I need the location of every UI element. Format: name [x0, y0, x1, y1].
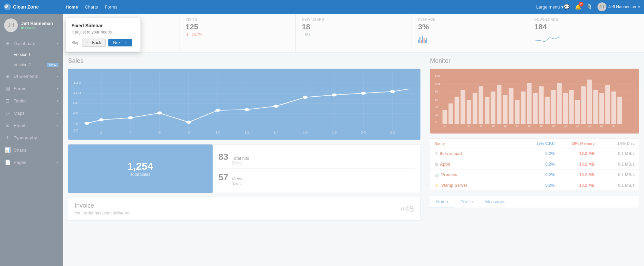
- sidebar-item-charts[interactable]: 📊 Charts: [0, 144, 63, 156]
- nav-link-charts[interactable]: Charts: [85, 4, 98, 10]
- monitor-chart-svg: 120 100 80 60 40 20 0: [434, 73, 635, 127]
- stat-value-average: 3%: [418, 23, 522, 31]
- large-menu-button[interactable]: Large menu ▾: [536, 4, 563, 10]
- sidebar-user: JH Jeff Hanneman Online: [0, 14, 63, 37]
- svg-text:16: 16: [528, 124, 531, 127]
- svg-text:10: 10: [492, 124, 495, 127]
- invoice-title: Invoice: [75, 202, 129, 209]
- svg-text:20: 20: [552, 124, 555, 127]
- back-label: Back: [92, 40, 101, 45]
- stat-label-newusers: NEW USERS: [302, 18, 405, 22]
- user-info[interactable]: JH Jeff Hanneman ▾: [598, 2, 640, 11]
- svg-rect-65: [485, 97, 489, 124]
- svg-text:4: 4: [129, 131, 132, 134]
- sidebar-item-pages[interactable]: 📄 Pages ▾: [0, 156, 63, 168]
- dashboard-icon: ⊞: [5, 41, 10, 46]
- monitor-title: Monitor: [430, 57, 639, 65]
- svg-text:60: 60: [73, 112, 79, 115]
- monitor-table-header: Name 25% C.P.U 29% Memory 1.6% Disc: [430, 139, 639, 149]
- nav-link-home[interactable]: Home: [66, 4, 78, 10]
- svg-text:6: 6: [468, 124, 470, 127]
- top-nav-right: 💬 🔔 2 🎙️ JH Jeff Hanneman ▾: [564, 2, 640, 11]
- svg-rect-59: [448, 103, 453, 124]
- svg-rect-62: [467, 100, 471, 124]
- svg-text:8: 8: [187, 131, 190, 134]
- svg-point-32: [361, 92, 365, 95]
- sidebar: JH Jeff Hanneman Online ⊞ Dashboard ▾ Ve…: [0, 14, 63, 266]
- svg-rect-81: [581, 86, 586, 124]
- sidebar-item-version1[interactable]: Version 1: [0, 50, 63, 60]
- sidebar-item-label-typography: Typography: [14, 135, 37, 140]
- sales-chart-svg: 120 100 80 60 40 20: [72, 73, 416, 134]
- tab-profile[interactable]: Profile: [454, 196, 479, 208]
- col-header-cpu: 25% C.P.U: [514, 141, 554, 145]
- svg-text:22: 22: [390, 131, 395, 134]
- wamp-icon: ⚡: [434, 183, 439, 188]
- tab-home[interactable]: Home: [430, 196, 454, 208]
- sidebar-avatar: JH: [4, 18, 18, 32]
- svg-text:120: 120: [73, 81, 81, 84]
- charts-icon: 📊: [5, 147, 10, 153]
- process-cpu: 0.2%: [514, 172, 554, 177]
- tab-messages[interactable]: Messages: [479, 196, 512, 208]
- views-label: Views: [232, 176, 243, 181]
- svg-text:80: 80: [73, 101, 79, 105]
- next-button[interactable]: Next →: [108, 39, 132, 46]
- tabs-section: Home Profile Messages: [430, 196, 639, 208]
- views-row: 57 Views (Daily): [218, 169, 415, 189]
- monitor-table: Name 25% C.P.U 29% Memory 1.6% Disc ⊞ Se…: [430, 138, 639, 191]
- svg-rect-60: [455, 97, 459, 124]
- user-name-top: Jeff Hanneman: [608, 4, 636, 9]
- svg-text:12: 12: [504, 124, 507, 127]
- brand: ⊕ Clean Zone: [4, 3, 66, 10]
- skip-button[interactable]: Skip: [71, 40, 79, 45]
- svg-text:20: 20: [361, 131, 366, 134]
- svg-rect-80: [575, 100, 580, 124]
- svg-text:20: 20: [435, 113, 438, 116]
- sidebar-item-version2[interactable]: Version 2 New: [0, 60, 63, 70]
- nav-link-forms[interactable]: Forms: [105, 4, 117, 10]
- svg-rect-84: [599, 93, 604, 124]
- sidebar-item-tables[interactable]: ⊟ Tables ▾: [0, 95, 63, 107]
- sidebar-item-label-forms: Forms: [14, 86, 26, 91]
- sidebar-item-forms[interactable]: ▤ Forms ▾: [0, 82, 63, 95]
- chat-icon-btn[interactable]: 💬: [564, 4, 570, 10]
- svg-rect-67: [497, 85, 501, 124]
- svg-point-31: [332, 94, 336, 96]
- total-hits-row: 83 Total hits (Daily): [218, 148, 415, 169]
- sidebar-item-maps[interactable]: ◎ Maps ▾: [0, 107, 63, 119]
- sidebar-item-ui-elements[interactable]: ◈ UI Elements ▾: [0, 70, 63, 82]
- svg-point-25: [157, 112, 161, 114]
- sidebar-item-label-dashboard: Dashboard: [14, 41, 36, 46]
- svg-rect-87: [617, 97, 622, 124]
- mic-icon-btn[interactable]: 🎙️: [586, 4, 593, 10]
- bell-icon-btn[interactable]: 🔔 2: [575, 4, 581, 10]
- svg-rect-64: [479, 86, 483, 124]
- svg-rect-76: [551, 90, 556, 124]
- svg-point-26: [187, 121, 191, 124]
- sidebar-item-dashboard[interactable]: ⊞ Dashboard ▾: [0, 37, 63, 50]
- sidebar-item-label-ui: UI Elements: [14, 74, 38, 79]
- sales-chart-container: 120 100 80 60 40 20: [68, 69, 420, 140]
- monitor-row-process: 📊 Process 0.2% 13.2 MB 0.1 MB/s: [430, 170, 639, 180]
- monitor-row-apps: ▤ Apps 0.2% 13.2 MB 0.1 MB/s: [430, 159, 639, 170]
- svg-rect-66: [491, 92, 496, 124]
- stat-label-downloads: DOWNLOADS: [534, 18, 638, 22]
- svg-text:26: 26: [588, 124, 591, 127]
- bell-badge: 2: [579, 2, 583, 6]
- svg-text:4: 4: [456, 124, 458, 127]
- back-button[interactable]: ← Back: [82, 39, 106, 47]
- svg-point-29: [274, 105, 278, 108]
- sidebar-item-label-charts: Charts: [14, 148, 27, 153]
- email-icon: ✉: [5, 123, 10, 128]
- svg-text:22: 22: [564, 124, 567, 127]
- server-icon: ⊞: [434, 152, 438, 156]
- sales-title: Sales: [68, 57, 420, 65]
- invoice-section: Invoice Your order has been delivered #4…: [68, 197, 420, 221]
- hits-views-panel: 83 Total hits (Daily) 57 Views (Daily): [213, 144, 420, 193]
- bar: [419, 37, 420, 43]
- stat-value-downloads: 184: [534, 23, 638, 31]
- sidebar-item-email[interactable]: ✉ Email ▾: [0, 119, 63, 131]
- sidebar-item-typography[interactable]: T Typography: [0, 131, 63, 144]
- svg-point-30: [303, 96, 307, 99]
